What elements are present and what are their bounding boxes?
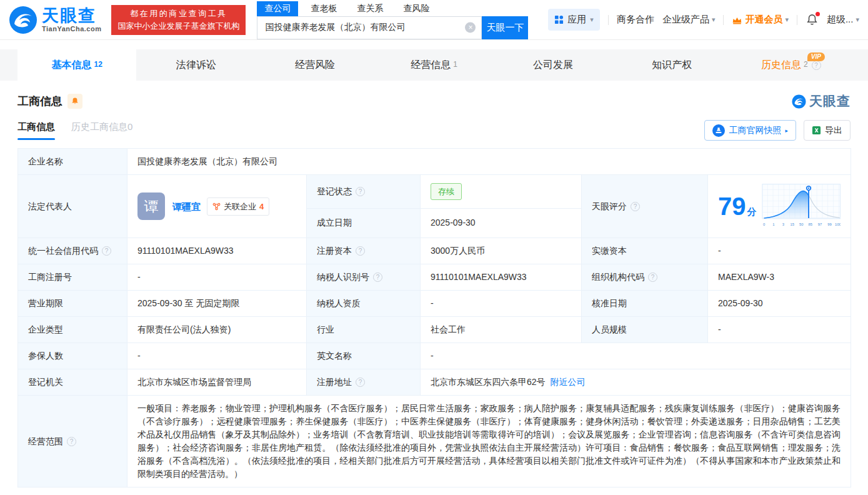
business-cooperation-link[interactable]: 商务合作 <box>617 14 654 26</box>
search-tab-risk[interactable]: 查风险 <box>396 1 437 16</box>
tab-count: 12 <box>94 60 102 69</box>
chevron-down-icon: ▾ <box>785 16 789 24</box>
tianyancha-logo[interactable]: 天眼查 TianYanCha.com <box>9 6 101 34</box>
label-english-name: 英文名称 <box>307 343 421 369</box>
svg-text:3: 3 <box>782 222 784 226</box>
help-icon[interactable]: ? <box>648 272 657 282</box>
label-reg-status: 登记状态? <box>307 175 421 209</box>
label-staff-size: 人员规模 <box>582 317 708 343</box>
related-companies-badge[interactable]: 关联企业 4 <box>207 198 269 216</box>
search-row: × 天眼一下 <box>257 16 528 39</box>
stamp-icon <box>712 124 725 137</box>
value-reg-authority: 北京市东城区市场监督管理局 <box>127 369 307 396</box>
value-taxpayer-quality: - <box>421 291 582 317</box>
vip-badge: VIP <box>807 52 825 61</box>
tab-label: 知识产权 <box>652 59 692 72</box>
label-paid-capital: 实缴资本 <box>582 238 708 264</box>
help-icon[interactable]: ? <box>356 378 365 387</box>
tab-history-info[interactable]: 历史信息 2 ? VIP <box>732 49 851 81</box>
tab-company-development[interactable]: 公司发展 <box>494 49 612 81</box>
excel-icon <box>812 126 821 135</box>
label-text: 组织机构代码 <box>592 272 644 282</box>
super-vip-menu[interactable]: 超级... ▾ <box>827 14 859 26</box>
tab-label: 经营风险 <box>295 59 335 72</box>
label-text: 注册地址 <box>317 377 352 387</box>
subtab-business-info[interactable]: 工商信息 <box>17 121 55 140</box>
logo-brand: 天眼查 <box>42 7 101 24</box>
business-info-table: 企业名称 国投健康养老发展（北京）有限公司 法定代表人 谭 谭疆宜 <box>17 148 851 488</box>
tab-basic-info[interactable]: 基本信息 12 <box>17 49 136 81</box>
divider <box>797 15 797 25</box>
search-tab-boss[interactable]: 查老板 <box>303 1 344 16</box>
tab-business-info[interactable]: 经营信息 1 <box>374 49 493 81</box>
value-industry: 社会工作 <box>421 317 582 343</box>
clear-search-icon[interactable]: × <box>465 22 476 33</box>
label-reg-capital: 注册资本? <box>307 238 421 264</box>
tab-legal-proceedings[interactable]: 法律诉讼 <box>136 49 255 81</box>
snapshot-label: 工商官网快照 <box>729 125 781 136</box>
label-insured-count: 参保人数 <box>18 343 127 369</box>
label-company-name: 企业名称 <box>18 149 127 175</box>
svg-text:50: 50 <box>799 222 804 226</box>
value-insured-count: - <box>127 343 307 369</box>
enterprise-products-label: 企业级产品 <box>662 14 709 26</box>
tab-operational-risk[interactable]: 经营风险 <box>256 49 374 81</box>
official-snapshot-button[interactable]: 工商官网快照 ▸ <box>704 120 796 141</box>
label-legal-rep: 法定代表人 <box>18 175 127 238</box>
search-button[interactable]: 天眼一下 <box>482 16 528 39</box>
enterprise-products-menu[interactable]: 企业级产品 ▾ <box>662 14 716 26</box>
table-row: 营业期限 2025-09-30 至 无固定期限 纳税人资质 - 核准日期 202… <box>18 291 851 317</box>
address-text: 北京市东城区东四六条甲62号 <box>431 377 546 387</box>
search-tab-relation[interactable]: 查关系 <box>349 1 391 16</box>
notification-dot <box>816 12 820 16</box>
tab-label: 法律诉讼 <box>176 59 216 72</box>
super-vip-label: 超级... <box>827 14 854 26</box>
subscribe-bell-icon[interactable] <box>67 94 82 109</box>
notification-bell-icon[interactable] <box>806 13 819 26</box>
help-icon[interactable]: ? <box>631 202 640 211</box>
svg-text:99: 99 <box>827 222 832 226</box>
table-row: 统一社会信用代码? 91110101MAEXLA9W33 注册资本? 3000万… <box>18 238 851 264</box>
label-business-term: 营业期限 <box>18 291 127 317</box>
label-text: 登记状态 <box>317 186 352 196</box>
search-tab-company[interactable]: 查公司 <box>257 1 298 16</box>
apps-menu[interactable]: 应用 ▾ <box>548 9 600 31</box>
score-number: 79分 <box>718 194 757 219</box>
logo-domain: TianYanCha.com <box>42 25 101 32</box>
value-taxpayer-id: 91110101MAEXLA9W33 <box>421 264 582 291</box>
header-nav: 应用 ▾ 商务合作 企业级产品 ▾ 开通会员 ▾ 超级... <box>548 9 859 31</box>
label-text: 经营范围 <box>28 436 63 446</box>
label-reg-address: 注册地址? <box>307 369 421 396</box>
svg-text:1: 1 <box>772 222 774 226</box>
label-industry: 行业 <box>307 317 421 343</box>
watermark-logo: 天眼查 <box>792 92 851 110</box>
value-staff-size: - <box>708 317 851 343</box>
legal-rep-avatar[interactable]: 谭 <box>137 192 165 220</box>
svg-text:85: 85 <box>808 222 812 226</box>
subtabs: 工商信息 历史工商信息0 <box>17 121 132 140</box>
search-input[interactable] <box>257 17 481 39</box>
nearby-companies-link[interactable]: 附近公司 <box>551 377 586 387</box>
value-legal-rep: 谭 谭疆宜 关联企业 4 <box>127 175 307 238</box>
help-icon[interactable]: ? <box>812 61 821 70</box>
legal-rep-link[interactable]: 谭疆宜 <box>172 200 201 213</box>
help-icon[interactable]: ? <box>356 246 365 256</box>
related-companies-label: 关联企业 <box>224 200 256 213</box>
watermark-text: 天眼查 <box>809 92 851 110</box>
export-button[interactable]: 导出 <box>804 120 851 141</box>
open-vip-menu[interactable]: 开通会员 ▾ <box>732 14 789 26</box>
subtab-history-business-info[interactable]: 历史工商信息0 <box>71 121 132 140</box>
help-icon[interactable]: ? <box>102 246 111 256</box>
label-approval-date: 核准日期 <box>582 291 708 317</box>
crown-icon <box>732 16 742 24</box>
help-icon[interactable]: ? <box>356 187 365 196</box>
tab-intellectual-property[interactable]: 知识产权 <box>612 49 731 81</box>
slogan-line-1: 都在用的商业查询工具 <box>117 8 239 20</box>
score-value: 79 <box>718 192 746 220</box>
search-box: × <box>257 16 482 39</box>
label-business-scope: 经营范围? <box>18 396 127 488</box>
value-established-date: 2025-09-30 <box>421 208 582 238</box>
help-icon[interactable]: ? <box>373 272 382 282</box>
network-icon <box>212 202 221 211</box>
help-icon[interactable]: ? <box>67 437 76 446</box>
